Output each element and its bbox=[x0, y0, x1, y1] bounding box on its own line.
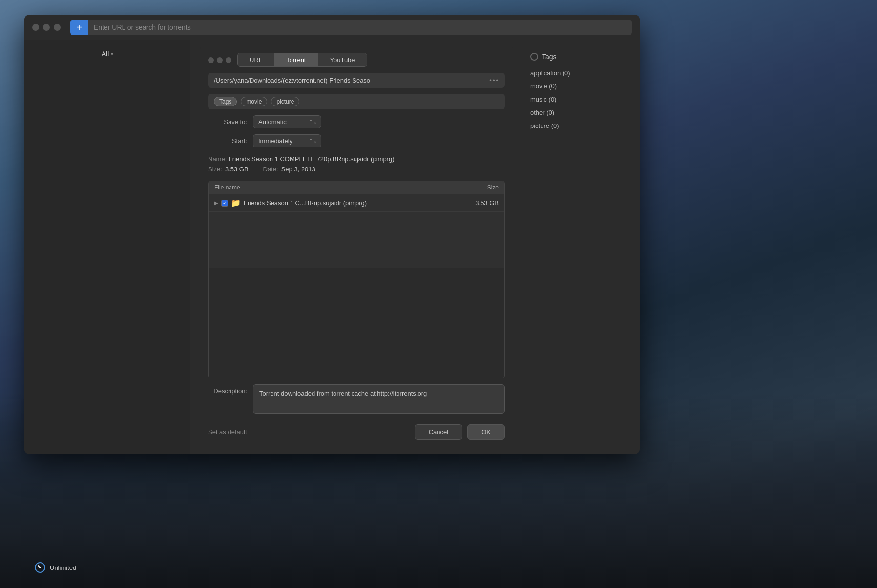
torrent-name-row: Name: Friends Season 1 COMPLETE 720p.BRr… bbox=[208, 155, 505, 163]
torrent-name-value: Friends Season 1 COMPLETE 720p.BRrip.suj… bbox=[229, 155, 395, 163]
search-input[interactable] bbox=[88, 20, 632, 35]
chevron-down-icon: ▾ bbox=[111, 51, 113, 57]
description-box: Torrent downloaded from torrent cache at… bbox=[253, 384, 505, 414]
size-key: Size: bbox=[208, 166, 222, 173]
tag-item-other[interactable]: other (0) bbox=[530, 108, 630, 117]
size-value: 3.53 GB bbox=[225, 166, 249, 173]
cancel-button[interactable]: Cancel bbox=[415, 424, 462, 440]
file-name-text: Friends Season 1 C...BRrip.sujaidr (pimp… bbox=[244, 199, 457, 207]
footer-buttons: Cancel OK bbox=[415, 424, 505, 440]
dialog-area: URL Torrent YouTube /Users/yana/Download… bbox=[190, 40, 640, 454]
save-to-select[interactable]: Automatic Custom... bbox=[253, 115, 321, 128]
name-key: Name: bbox=[208, 155, 227, 163]
minimize-button[interactable] bbox=[43, 24, 50, 31]
date-value: Sep 3, 2013 bbox=[281, 166, 315, 173]
tabs: URL Torrent YouTube bbox=[237, 53, 367, 67]
date-item: Date: Sep 3, 2013 bbox=[263, 166, 315, 173]
start-select[interactable]: Immediately Manually When Active bbox=[253, 134, 321, 147]
dialog-footer: Set as default Cancel OK bbox=[208, 420, 505, 441]
file-checkbox[interactable]: ✓ bbox=[221, 200, 228, 207]
tab-min-light bbox=[217, 57, 223, 63]
right-panel: Tags application (0) movie (0) music (0)… bbox=[522, 45, 630, 449]
filter-all-label: All bbox=[102, 50, 109, 58]
torrent-meta-row: Size: 3.53 GB Date: Sep 3, 2013 bbox=[208, 166, 505, 173]
speed-label: Unlimited bbox=[50, 564, 76, 571]
start-row: Start: Immediately Manually When Active … bbox=[208, 134, 505, 147]
svg-point-1 bbox=[39, 567, 41, 568]
speed-icon bbox=[34, 562, 46, 573]
speed-widget: Unlimited bbox=[34, 562, 76, 573]
col-filename: File name bbox=[214, 184, 459, 191]
file-path-row: /Users/yana/Downloads/(eztvtorrent.net) … bbox=[208, 73, 505, 88]
tags-panel-header: Tags bbox=[530, 53, 630, 61]
traffic-lights bbox=[32, 24, 61, 31]
tab-traffic-lights bbox=[208, 57, 231, 63]
tab-youtube[interactable]: YouTube bbox=[318, 53, 366, 66]
table-row: ▶ ✓ 📁 Friends Season 1 C...BRrip.sujaidr… bbox=[209, 194, 504, 212]
start-label: Start: bbox=[208, 137, 247, 145]
expand-icon[interactable]: ▶ bbox=[214, 200, 218, 206]
maximize-button[interactable] bbox=[54, 24, 61, 31]
add-button[interactable]: + bbox=[70, 20, 88, 35]
more-options-button[interactable]: ••• bbox=[489, 77, 499, 84]
tag-item-application[interactable]: application (0) bbox=[530, 68, 630, 78]
tab-row: URL Torrent YouTube bbox=[208, 53, 505, 67]
tag-tags[interactable]: Tags bbox=[214, 97, 237, 106]
col-size: Size bbox=[459, 184, 499, 191]
tab-close-light bbox=[208, 57, 214, 63]
titlebar: + bbox=[24, 15, 640, 40]
set-default-link[interactable]: Set as default bbox=[208, 428, 247, 436]
tag-picture[interactable]: picture bbox=[271, 97, 299, 106]
start-select-wrapper: Immediately Manually When Active ⌃⌄ bbox=[253, 134, 321, 147]
tab-url[interactable]: URL bbox=[238, 53, 274, 66]
date-key: Date: bbox=[263, 166, 278, 173]
file-size-text: 3.53 GB bbox=[459, 199, 499, 207]
description-label: Description: bbox=[208, 384, 247, 395]
sidebar: All ▾ bbox=[24, 40, 190, 454]
filter-all[interactable]: All ▾ bbox=[102, 50, 114, 58]
save-to-select-wrapper: Automatic Custom... ⌃⌄ bbox=[253, 115, 321, 128]
tab-torrent[interactable]: Torrent bbox=[274, 53, 318, 66]
save-to-label: Save to: bbox=[208, 118, 247, 126]
file-path-text: /Users/yana/Downloads/(eztvtorrent.net) … bbox=[214, 77, 485, 84]
tag-item-movie[interactable]: movie (0) bbox=[530, 82, 630, 91]
main-content: All ▾ URL Torrent YouTube bbox=[24, 40, 640, 454]
file-table-header: File name Size bbox=[209, 181, 504, 194]
search-bar-container: + bbox=[70, 20, 632, 35]
size-item: Size: 3.53 GB bbox=[208, 166, 249, 173]
dialog-panel: URL Torrent YouTube /Users/yana/Download… bbox=[200, 45, 513, 449]
save-to-row: Save to: Automatic Custom... ⌃⌄ bbox=[208, 115, 505, 128]
torrent-info: Name: Friends Season 1 COMPLETE 720p.BRr… bbox=[208, 153, 505, 175]
ok-button[interactable]: OK bbox=[467, 424, 505, 440]
folder-icon: 📁 bbox=[231, 198, 241, 208]
description-row: Description: Torrent downloaded from tor… bbox=[208, 384, 505, 414]
close-button[interactable] bbox=[32, 24, 39, 31]
checkmark-icon: ✓ bbox=[223, 200, 227, 206]
tab-max-light bbox=[226, 57, 231, 63]
tag-item-picture[interactable]: picture (0) bbox=[530, 121, 630, 130]
main-window: + All ▾ URL bbox=[24, 15, 640, 454]
file-table: File name Size ▶ ✓ 📁 Friends Season 1 C.… bbox=[208, 181, 505, 378]
tags-row: Tags movie picture bbox=[208, 94, 505, 109]
tags-radio[interactable] bbox=[530, 53, 538, 61]
tag-item-music[interactable]: music (0) bbox=[530, 95, 630, 104]
tags-panel-title: Tags bbox=[542, 53, 557, 61]
tag-movie[interactable]: movie bbox=[241, 97, 267, 106]
file-table-body: ▶ ✓ 📁 Friends Season 1 C...BRrip.sujaidr… bbox=[209, 194, 504, 268]
